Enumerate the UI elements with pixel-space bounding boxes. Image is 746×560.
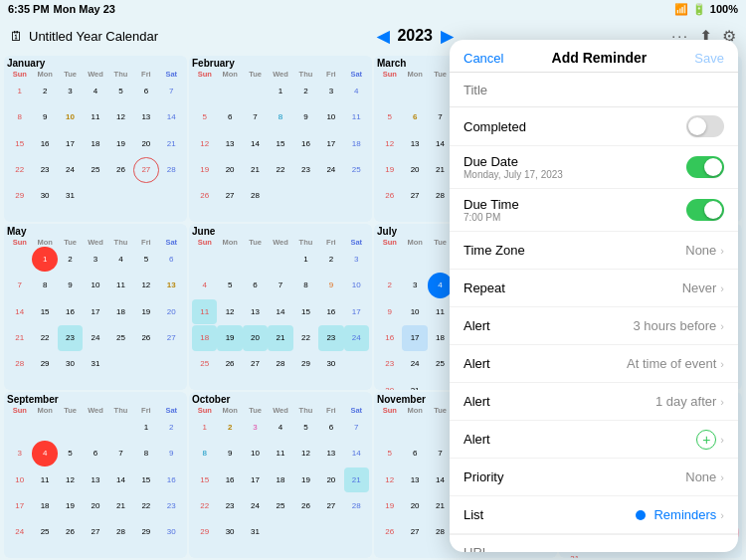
day-cell-8-15[interactable]: 15: [133, 467, 158, 492]
day-cell-4-24[interactable]: 24: [83, 325, 107, 350]
day-cell-5-29[interactable]: 29: [293, 352, 318, 377]
day-cell-4-29[interactable]: 29: [32, 352, 57, 377]
day-cell-4-16[interactable]: 16: [58, 299, 83, 324]
alert-3-row[interactable]: Alert 1 day after ›: [450, 383, 738, 421]
day-cell-0-28[interactable]: 28: [159, 157, 184, 182]
day-cell-0-3[interactable]: 3: [58, 79, 83, 103]
day-cell-0-27[interactable]: 27: [133, 157, 158, 182]
day-cell-1-24[interactable]: 24: [318, 157, 343, 182]
day-cell-8-4[interactable]: 4: [32, 441, 57, 466]
day-cell-8-6[interactable]: 6: [83, 441, 107, 466]
priority-row[interactable]: Priority None ›: [450, 459, 738, 496]
day-cell-4-12[interactable]: 12: [133, 273, 158, 297]
day-cell-9-14[interactable]: 14: [344, 441, 369, 466]
day-cell-9-23[interactable]: 23: [217, 493, 242, 518]
day-cell-1-27[interactable]: 27: [217, 184, 242, 209]
day-cell-9-30[interactable]: 30: [217, 520, 242, 545]
day-cell-10-26[interactable]: 26: [377, 520, 402, 545]
day-cell-5-25[interactable]: 25: [192, 352, 217, 377]
day-cell-0-9[interactable]: 9: [32, 104, 57, 129]
day-cell-8-8[interactable]: 8: [133, 441, 158, 466]
day-cell-4-11[interactable]: 11: [108, 273, 133, 297]
day-cell-4-8[interactable]: 8: [32, 273, 57, 297]
day-cell-5-24[interactable]: 24: [344, 325, 369, 350]
day-cell-5-19[interactable]: 19: [217, 325, 242, 350]
day-cell-0-18[interactable]: 18: [83, 131, 107, 156]
day-cell-8-17[interactable]: 17: [7, 493, 32, 518]
day-cell-4-17[interactable]: 17: [83, 299, 107, 324]
day-cell-10-13[interactable]: 13: [402, 467, 427, 492]
day-cell-10-27[interactable]: 27: [402, 520, 427, 545]
day-cell-10-20[interactable]: 20: [402, 493, 427, 518]
alert-add-row[interactable]: Alert + ›: [450, 421, 738, 459]
day-cell-9-4[interactable]: 4: [268, 415, 292, 440]
day-cell-6-17[interactable]: 17: [402, 325, 427, 350]
day-cell-0-5[interactable]: 5: [108, 79, 133, 103]
day-cell-5-6[interactable]: 6: [243, 273, 268, 297]
day-cell-5-4[interactable]: 4: [192, 273, 217, 297]
day-cell-1-28[interactable]: 28: [243, 184, 268, 209]
day-cell-5-7[interactable]: 7: [268, 273, 292, 297]
day-cell-4-10[interactable]: 10: [83, 273, 107, 297]
day-cell-9-5[interactable]: 5: [293, 415, 318, 440]
day-cell-2-26[interactable]: 26: [377, 184, 402, 209]
day-cell-4-15[interactable]: 15: [32, 299, 57, 324]
day-cell-0-21[interactable]: 21: [159, 131, 184, 156]
prev-year-button[interactable]: ◀: [377, 27, 389, 46]
day-cell-1-26[interactable]: 26: [192, 184, 217, 209]
day-cell-1-10[interactable]: 10: [318, 104, 343, 129]
day-cell-5-9[interactable]: 9: [318, 273, 343, 297]
day-cell-0-24[interactable]: 24: [58, 157, 83, 182]
day-cell-0-25[interactable]: 25: [83, 157, 107, 182]
day-cell-9-3[interactable]: 3: [243, 415, 268, 440]
day-cell-5-17[interactable]: 17: [344, 299, 369, 324]
day-cell-9-15[interactable]: 15: [192, 467, 217, 492]
day-cell-5-23[interactable]: 23: [318, 325, 343, 350]
day-cell-0-19[interactable]: 19: [108, 131, 133, 156]
timezone-row[interactable]: Time Zone None ›: [450, 232, 738, 270]
day-cell-4-5[interactable]: 5: [133, 247, 158, 272]
day-cell-4-19[interactable]: 19: [133, 299, 158, 324]
day-cell-2-20[interactable]: 20: [402, 157, 427, 182]
day-cell-5-10[interactable]: 10: [344, 273, 369, 297]
day-cell-1-1[interactable]: 1: [268, 79, 292, 103]
day-cell-0-8[interactable]: 8: [7, 104, 32, 129]
day-cell-4-20[interactable]: 20: [159, 299, 184, 324]
day-cell-6-16[interactable]: 16: [377, 325, 402, 350]
day-cell-5-20[interactable]: 20: [243, 325, 268, 350]
day-cell-1-18[interactable]: 18: [344, 131, 369, 156]
day-cell-1-8[interactable]: 8: [268, 104, 292, 129]
day-cell-8-11[interactable]: 11: [32, 467, 57, 492]
day-cell-4-1[interactable]: 1: [32, 247, 57, 272]
day-cell-6-2[interactable]: 2: [377, 273, 402, 297]
day-cell-9-17[interactable]: 17: [243, 467, 268, 492]
day-cell-4-22[interactable]: 22: [32, 325, 57, 350]
day-cell-1-2[interactable]: 2: [293, 79, 318, 103]
alert-2-row[interactable]: Alert At time of event ›: [450, 345, 738, 383]
completed-toggle[interactable]: [686, 115, 724, 137]
day-cell-5-26[interactable]: 26: [217, 352, 242, 377]
day-cell-10-6[interactable]: 6: [402, 441, 427, 466]
day-cell-0-10[interactable]: 10: [58, 104, 83, 129]
day-cell-4-21[interactable]: 21: [7, 325, 32, 350]
day-cell-5-22[interactable]: 22: [293, 325, 318, 350]
day-cell-6-24[interactable]: 24: [402, 352, 427, 377]
day-cell-4-7[interactable]: 7: [7, 273, 32, 297]
day-cell-4-14[interactable]: 14: [7, 299, 32, 324]
day-cell-0-22[interactable]: 22: [7, 157, 32, 182]
day-cell-9-2[interactable]: 2: [217, 415, 242, 440]
day-cell-1-13[interactable]: 13: [217, 131, 242, 156]
day-cell-5-27[interactable]: 27: [243, 352, 268, 377]
day-cell-9-19[interactable]: 19: [293, 467, 318, 492]
day-cell-6-9[interactable]: 9: [377, 299, 402, 324]
day-cell-1-21[interactable]: 21: [243, 157, 268, 182]
day-cell-9-27[interactable]: 27: [318, 493, 343, 518]
day-cell-8-10[interactable]: 10: [7, 467, 32, 492]
day-cell-1-14[interactable]: 14: [243, 131, 268, 156]
day-cell-1-3[interactable]: 3: [318, 79, 343, 103]
day-cell-6-3[interactable]: 3: [402, 273, 427, 297]
day-cell-4-31[interactable]: 31: [83, 352, 107, 377]
day-cell-1-22[interactable]: 22: [268, 157, 292, 182]
day-cell-0-23[interactable]: 23: [32, 157, 57, 182]
day-cell-8-9[interactable]: 9: [159, 441, 184, 466]
